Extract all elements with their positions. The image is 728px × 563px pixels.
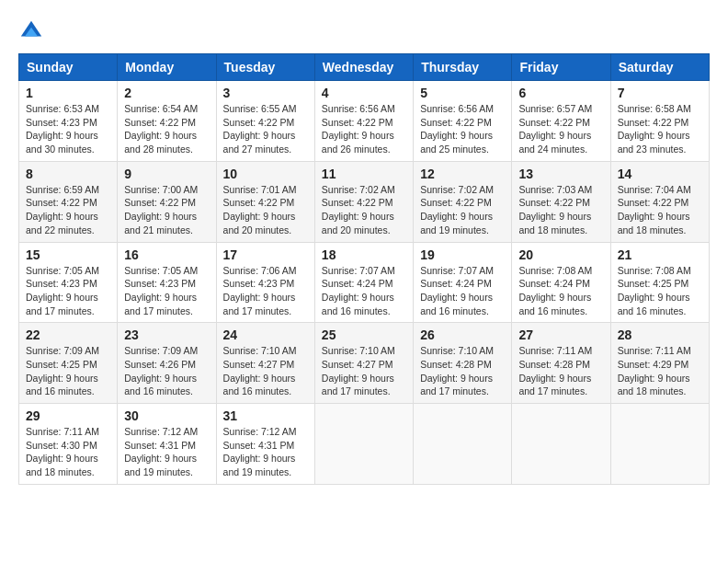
day-number: 14 <box>618 167 702 181</box>
day-number: 23 <box>124 327 209 342</box>
calendar-cell: 8 Sunrise: 6:59 AM Sunset: 4:22 PM Dayli… <box>19 161 118 242</box>
calendar-cell: 4 Sunrise: 6:56 AM Sunset: 4:22 PM Dayli… <box>314 81 413 162</box>
day-number: 22 <box>26 327 110 342</box>
day-info: Sunrise: 7:09 AM Sunset: 4:26 PM Dayligh… <box>124 344 209 398</box>
day-number: 9 <box>124 167 209 181</box>
day-info: Sunrise: 6:53 AM Sunset: 4:23 PM Dayligh… <box>26 102 110 156</box>
day-info: Sunrise: 7:12 AM Sunset: 4:31 PM Dayligh… <box>223 425 308 479</box>
calendar-header-row: SundayMondayTuesdayWednesdayThursdayFrid… <box>19 54 710 81</box>
week-row-4: 22 Sunrise: 7:09 AM Sunset: 4:25 PM Dayl… <box>19 323 710 404</box>
day-info: Sunrise: 7:11 AM Sunset: 4:30 PM Dayligh… <box>26 425 110 479</box>
calendar-cell: 20 Sunrise: 7:08 AM Sunset: 4:24 PM Dayl… <box>512 242 610 323</box>
calendar-cell: 14 Sunrise: 7:04 AM Sunset: 4:22 PM Dayl… <box>610 161 709 242</box>
day-info: Sunrise: 6:54 AM Sunset: 4:22 PM Dayligh… <box>124 102 209 156</box>
day-info: Sunrise: 7:09 AM Sunset: 4:25 PM Dayligh… <box>26 344 110 398</box>
calendar-cell: 27 Sunrise: 7:11 AM Sunset: 4:28 PM Dayl… <box>512 323 610 404</box>
calendar-cell: 29 Sunrise: 7:11 AM Sunset: 4:30 PM Dayl… <box>19 404 118 485</box>
calendar-cell: 31 Sunrise: 7:12 AM Sunset: 4:31 PM Dayl… <box>216 404 314 485</box>
day-number: 21 <box>618 247 702 262</box>
calendar-cell: 1 Sunrise: 6:53 AM Sunset: 4:23 PM Dayli… <box>19 81 118 162</box>
header-sunday: Sunday <box>19 54 118 81</box>
day-number: 24 <box>223 327 308 342</box>
day-info: Sunrise: 7:10 AM Sunset: 4:27 PM Dayligh… <box>223 344 308 398</box>
calendar-cell: 13 Sunrise: 7:03 AM Sunset: 4:22 PM Dayl… <box>512 161 610 242</box>
day-number: 29 <box>26 408 110 423</box>
calendar-cell: 19 Sunrise: 7:07 AM Sunset: 4:24 PM Dayl… <box>414 242 512 323</box>
day-number: 25 <box>322 327 406 342</box>
week-row-1: 1 Sunrise: 6:53 AM Sunset: 4:23 PM Dayli… <box>19 81 710 162</box>
calendar-cell: 10 Sunrise: 7:01 AM Sunset: 4:22 PM Dayl… <box>216 161 314 242</box>
calendar-cell: 3 Sunrise: 6:55 AM Sunset: 4:22 PM Dayli… <box>216 81 314 162</box>
day-info: Sunrise: 6:57 AM Sunset: 4:22 PM Dayligh… <box>518 102 603 156</box>
logo-icon <box>18 18 44 44</box>
day-number: 8 <box>26 167 110 181</box>
day-info: Sunrise: 7:11 AM Sunset: 4:29 PM Dayligh… <box>618 344 702 398</box>
day-number: 27 <box>518 327 603 342</box>
calendar-cell: 12 Sunrise: 7:02 AM Sunset: 4:22 PM Dayl… <box>414 161 512 242</box>
header-thursday: Thursday <box>414 54 512 81</box>
day-info: Sunrise: 7:07 AM Sunset: 4:24 PM Dayligh… <box>420 264 505 318</box>
calendar-cell: 9 Sunrise: 7:00 AM Sunset: 4:22 PM Dayli… <box>118 161 216 242</box>
day-number: 10 <box>223 167 308 181</box>
calendar-cell: 30 Sunrise: 7:12 AM Sunset: 4:31 PM Dayl… <box>118 404 216 485</box>
page-header <box>18 18 710 44</box>
day-info: Sunrise: 6:56 AM Sunset: 4:22 PM Dayligh… <box>420 102 505 156</box>
calendar-cell: 16 Sunrise: 7:05 AM Sunset: 4:23 PM Dayl… <box>118 242 216 323</box>
day-info: Sunrise: 7:06 AM Sunset: 4:23 PM Dayligh… <box>223 264 308 318</box>
day-info: Sunrise: 6:55 AM Sunset: 4:22 PM Dayligh… <box>223 102 308 156</box>
header-monday: Monday <box>118 54 216 81</box>
day-number: 2 <box>124 86 209 100</box>
week-row-3: 15 Sunrise: 7:05 AM Sunset: 4:23 PM Dayl… <box>19 242 710 323</box>
day-number: 7 <box>618 86 702 100</box>
header-wednesday: Wednesday <box>314 54 413 81</box>
calendar-cell: 15 Sunrise: 7:05 AM Sunset: 4:23 PM Dayl… <box>19 242 118 323</box>
day-number: 17 <box>223 247 308 262</box>
week-row-2: 8 Sunrise: 6:59 AM Sunset: 4:22 PM Dayli… <box>19 161 710 242</box>
calendar-cell <box>610 404 709 485</box>
day-info: Sunrise: 7:02 AM Sunset: 4:22 PM Dayligh… <box>322 183 406 237</box>
day-number: 30 <box>124 408 209 423</box>
calendar-cell: 26 Sunrise: 7:10 AM Sunset: 4:28 PM Dayl… <box>414 323 512 404</box>
header-friday: Friday <box>512 54 610 81</box>
day-info: Sunrise: 6:59 AM Sunset: 4:22 PM Dayligh… <box>26 183 110 237</box>
day-number: 5 <box>420 86 505 100</box>
day-info: Sunrise: 7:00 AM Sunset: 4:22 PM Dayligh… <box>124 183 209 237</box>
day-number: 3 <box>223 86 308 100</box>
day-info: Sunrise: 7:05 AM Sunset: 4:23 PM Dayligh… <box>26 264 110 318</box>
calendar-cell: 21 Sunrise: 7:08 AM Sunset: 4:25 PM Dayl… <box>610 242 709 323</box>
day-number: 19 <box>420 247 505 262</box>
calendar-cell <box>414 404 512 485</box>
week-row-5: 29 Sunrise: 7:11 AM Sunset: 4:30 PM Dayl… <box>19 404 710 485</box>
calendar-cell: 11 Sunrise: 7:02 AM Sunset: 4:22 PM Dayl… <box>314 161 413 242</box>
calendar-cell <box>314 404 413 485</box>
calendar-table: SundayMondayTuesdayWednesdayThursdayFrid… <box>18 53 710 485</box>
calendar-cell: 23 Sunrise: 7:09 AM Sunset: 4:26 PM Dayl… <box>118 323 216 404</box>
day-info: Sunrise: 7:05 AM Sunset: 4:23 PM Dayligh… <box>124 264 209 318</box>
day-number: 6 <box>518 86 603 100</box>
header-tuesday: Tuesday <box>216 54 314 81</box>
day-number: 4 <box>322 86 406 100</box>
calendar-cell <box>512 404 610 485</box>
day-info: Sunrise: 7:07 AM Sunset: 4:24 PM Dayligh… <box>322 264 406 318</box>
day-info: Sunrise: 7:08 AM Sunset: 4:24 PM Dayligh… <box>518 264 603 318</box>
day-number: 15 <box>26 247 110 262</box>
day-info: Sunrise: 7:11 AM Sunset: 4:28 PM Dayligh… <box>518 344 603 398</box>
day-number: 16 <box>124 247 209 262</box>
calendar-cell: 17 Sunrise: 7:06 AM Sunset: 4:23 PM Dayl… <box>216 242 314 323</box>
day-number: 31 <box>223 408 308 423</box>
calendar-cell: 18 Sunrise: 7:07 AM Sunset: 4:24 PM Dayl… <box>314 242 413 323</box>
day-info: Sunrise: 7:10 AM Sunset: 4:28 PM Dayligh… <box>420 344 505 398</box>
day-info: Sunrise: 7:10 AM Sunset: 4:27 PM Dayligh… <box>322 344 406 398</box>
day-number: 26 <box>420 327 505 342</box>
day-info: Sunrise: 6:56 AM Sunset: 4:22 PM Dayligh… <box>322 102 406 156</box>
day-info: Sunrise: 7:08 AM Sunset: 4:25 PM Dayligh… <box>618 264 702 318</box>
calendar-cell: 24 Sunrise: 7:10 AM Sunset: 4:27 PM Dayl… <box>216 323 314 404</box>
day-number: 12 <box>420 167 505 181</box>
day-number: 28 <box>618 327 702 342</box>
day-info: Sunrise: 7:03 AM Sunset: 4:22 PM Dayligh… <box>518 183 603 237</box>
day-number: 18 <box>322 247 406 262</box>
header-saturday: Saturday <box>610 54 709 81</box>
calendar-cell: 2 Sunrise: 6:54 AM Sunset: 4:22 PM Dayli… <box>118 81 216 162</box>
day-number: 11 <box>322 167 406 181</box>
day-info: Sunrise: 7:12 AM Sunset: 4:31 PM Dayligh… <box>124 425 209 479</box>
